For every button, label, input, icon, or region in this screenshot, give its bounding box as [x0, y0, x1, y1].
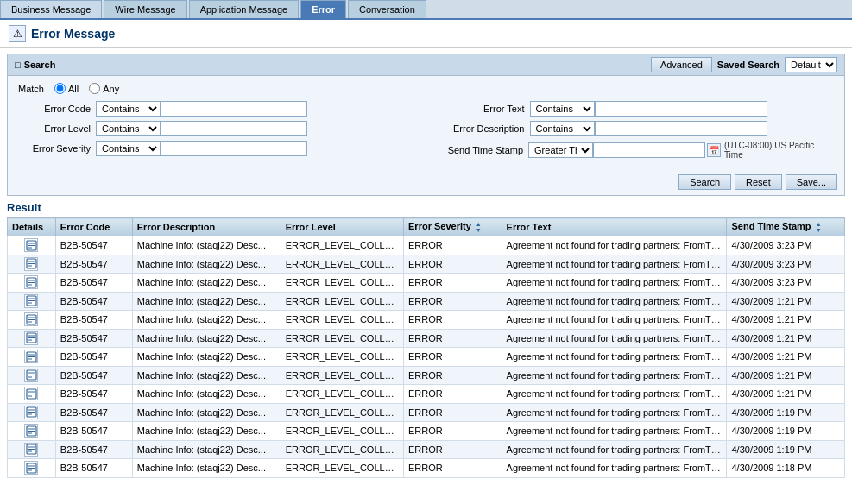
match-all-input[interactable]	[54, 83, 66, 94]
errordesc-cell: Machine Info: (staqj22) Desc...	[132, 440, 281, 459]
errorcode-cell: B2B-50547	[55, 403, 132, 422]
details-icon[interactable]	[24, 238, 38, 252]
error-code-input[interactable]	[161, 101, 307, 117]
col-header-errorsev[interactable]: Error Severity ▲ ▼	[404, 218, 502, 236]
sendtime-cell: 4/30/2009 1:21 PM	[727, 292, 845, 311]
error-desc-op-select[interactable]: ContainsEquals	[530, 121, 595, 136]
errorcode-cell: B2B-50547	[55, 311, 132, 330]
table-row: B2B-50547 Machine Info: (staqj22) Desc..…	[8, 311, 845, 330]
tab-conversation[interactable]: Conversation	[348, 0, 426, 18]
errordesc-cell: Machine Info: (staqj22) Desc...	[132, 422, 281, 441]
sendtime-cell: 4/30/2009 1:21 PM	[727, 329, 845, 348]
details-icon[interactable]	[24, 257, 38, 271]
errorcode-cell: B2B-50547	[55, 459, 132, 478]
col-header-errorlevel[interactable]: Error Level	[281, 218, 403, 236]
col-header-sendtime[interactable]: Send Time Stamp ▲ ▼	[727, 218, 845, 236]
details-icon[interactable]	[24, 461, 38, 475]
error-text-label: Error Text	[435, 104, 530, 114]
error-code-row: Error Code ContainsEqualsStarts With	[18, 101, 418, 117]
errorcode-cell: B2B-50547	[55, 440, 132, 459]
error-desc-input[interactable]	[595, 121, 767, 136]
sendtime-cell: 4/30/2009 1:21 PM	[727, 385, 845, 404]
sendtime-cell: 4/30/2009 1:19 PM	[727, 440, 845, 459]
error-level-op-select[interactable]: ContainsEquals	[96, 121, 161, 136]
details-cell	[8, 236, 56, 255]
error-level-input[interactable]	[161, 121, 307, 136]
result-tbody: B2B-50547 Machine Info: (staqj22) Desc..…	[8, 236, 845, 478]
search-button[interactable]: Search	[678, 174, 731, 190]
details-cell	[8, 329, 56, 348]
errorcode-cell: B2B-50547	[55, 366, 132, 385]
calendar-icon[interactable]: 📅	[707, 143, 721, 157]
errordesc-cell: Machine Info: (staqj22) Desc...	[132, 366, 281, 385]
errordesc-cell: Machine Info: (staqj22) Desc...	[132, 255, 281, 274]
save-button[interactable]: Save...	[786, 174, 837, 190]
error-desc-label: Error Description	[435, 123, 530, 134]
table-row: B2B-50547 Machine Info: (staqj22) Desc..…	[8, 348, 845, 367]
send-time-op-select[interactable]: Greater ThanLess ThanEquals	[528, 142, 593, 158]
match-row: Match All Any	[18, 83, 834, 94]
errorlevel-cell: ERROR_LEVEL_COLLABORA...	[281, 440, 403, 459]
saved-search-select[interactable]: Default	[785, 57, 837, 72]
page-header: ⚠ Error Message	[0, 20, 852, 48]
details-icon[interactable]	[24, 294, 38, 308]
match-any-input[interactable]	[89, 83, 100, 94]
details-cell	[8, 440, 56, 459]
advanced-button[interactable]: Advanced	[651, 57, 712, 72]
error-severity-op-select[interactable]: ContainsEquals	[96, 141, 161, 156]
errorsev-cell: ERROR	[404, 292, 502, 311]
errortext-cell: Agreement not found for trading partners…	[502, 385, 727, 404]
saved-search-label: Saved Search	[717, 60, 779, 70]
error-code-op-select[interactable]: ContainsEqualsStarts With	[96, 101, 161, 117]
send-time-input[interactable]: 04/30/2009 12:00:00 AM	[593, 142, 705, 158]
details-icon[interactable]	[24, 275, 38, 289]
error-level-row: Error Level ContainsEquals	[18, 121, 418, 136]
error-text-input[interactable]	[595, 101, 767, 117]
details-cell	[8, 422, 56, 441]
errortext-cell: Agreement not found for trading partners…	[502, 236, 727, 255]
errorlevel-cell: ERROR_LEVEL_COLLABORA...	[281, 255, 403, 274]
match-any-radio[interactable]: Any	[89, 83, 119, 94]
table-row: B2B-50547 Machine Info: (staqj22) Desc..…	[8, 366, 845, 385]
reset-button[interactable]: Reset	[735, 174, 782, 190]
col-header-errortext[interactable]: Error Text	[502, 218, 727, 236]
match-all-radio[interactable]: All	[54, 83, 79, 94]
details-cell	[8, 403, 56, 422]
details-icon[interactable]	[24, 312, 38, 326]
errorsev-cell: ERROR	[404, 459, 502, 478]
errordesc-cell: Machine Info: (staqj22) Desc...	[132, 274, 281, 293]
details-icon[interactable]	[24, 331, 38, 345]
errorsev-sort-icons: ▲ ▼	[476, 221, 482, 233]
send-time-row: Send Time Stamp Greater ThanLess ThanEqu…	[435, 141, 835, 160]
errordesc-cell: Machine Info: (staqj22) Desc...	[132, 348, 281, 367]
details-cell	[8, 311, 56, 330]
details-cell	[8, 274, 56, 293]
page-title: Error Message	[31, 27, 115, 41]
errorsev-cell: ERROR	[404, 403, 502, 422]
tab-wire-message[interactable]: Wire Message	[104, 0, 186, 18]
errorsev-cell: ERROR	[404, 311, 502, 330]
errordesc-cell: Machine Info: (staqj22) Desc...	[132, 459, 281, 478]
timezone-label: (UTC-08:00) US Pacific Time	[724, 141, 834, 160]
details-icon[interactable]	[24, 406, 38, 419]
errorsev-cell: ERROR	[404, 440, 502, 459]
send-time-label: Send Time Stamp	[435, 145, 529, 155]
error-text-row: Error Text ContainsEquals	[435, 101, 835, 117]
result-title: Result	[7, 201, 845, 214]
col-header-errorcode[interactable]: Error Code	[55, 218, 132, 236]
tab-business-message[interactable]: Business Message	[0, 0, 102, 18]
errorcode-cell: B2B-50547	[55, 348, 132, 367]
col-header-errordesc[interactable]: Error Description	[132, 218, 281, 236]
details-icon[interactable]	[24, 387, 38, 400]
details-icon[interactable]	[24, 424, 38, 438]
error-text-op-select[interactable]: ContainsEquals	[530, 101, 595, 117]
table-row: B2B-50547 Machine Info: (staqj22) Desc..…	[8, 403, 845, 422]
tab-error[interactable]: Error	[300, 0, 346, 18]
details-icon[interactable]	[24, 350, 38, 363]
tab-application-message[interactable]: Application Message	[189, 0, 300, 18]
error-severity-input[interactable]	[161, 141, 307, 156]
details-icon[interactable]	[24, 369, 38, 382]
result-table: Details Error Code Error Description Err…	[7, 217, 845, 478]
details-icon[interactable]	[24, 443, 38, 457]
search-toggle-icon[interactable]: □	[15, 60, 21, 70]
